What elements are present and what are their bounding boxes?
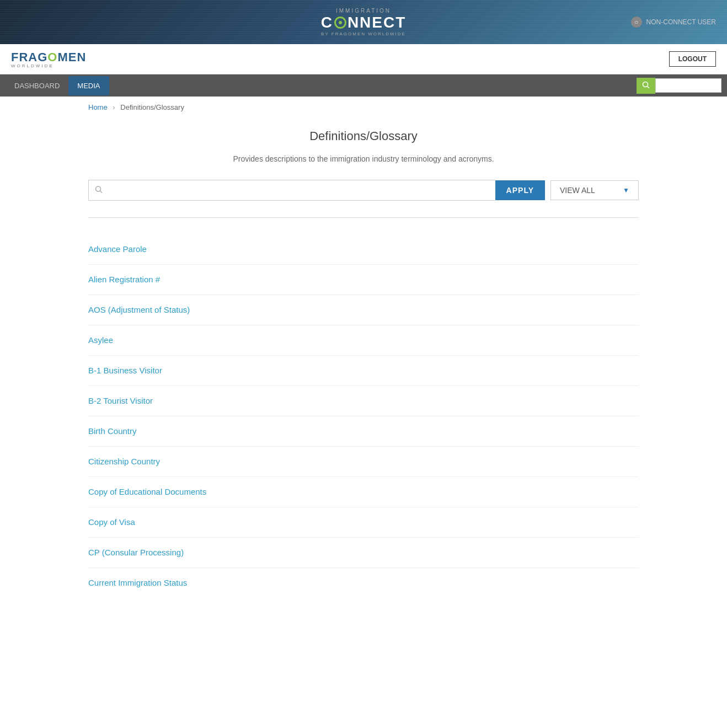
glossary-link-b2-tourist-visitor[interactable]: B-2 Tourist Visitor (88, 396, 153, 405)
fragomen-logo: FRAGOMEN WORLDWIDE (11, 50, 669, 68)
glossary-link-copy-of-educational-documents[interactable]: Copy of Educational Documents (88, 487, 206, 496)
glossary-link-citizenship-country[interactable]: Citizenship Country (88, 457, 160, 466)
breadcrumb: Home › Definitions/Glossary (0, 97, 727, 118)
user-info: ○ NON-CONNECT USER (631, 17, 716, 28)
glossary-link-cp-consular-processing[interactable]: CP (Consular Processing) (88, 548, 184, 557)
svg-line-3 (100, 191, 103, 193)
hero-banner: IMMIGRATION C NNECT BY FRAGOMEN WORLDWID… (0, 0, 727, 44)
hero-logo: IMMIGRATION C NNECT BY FRAGOMEN WORLDWID… (321, 8, 407, 36)
user-icon: ○ (631, 17, 642, 28)
glossary-item: B-2 Tourist Visitor (88, 386, 639, 416)
page-content: Definitions/Glossary Provides descriptio… (0, 118, 727, 620)
logo-text: FRAGOMEN (11, 50, 669, 65)
content-divider (88, 217, 639, 218)
fragomen-by-label: BY FRAGOMEN WORLDWIDE (321, 31, 407, 36)
search-wrapper (88, 180, 495, 201)
svg-line-1 (648, 86, 650, 88)
page-title: Definitions/Glossary (88, 129, 639, 143)
nav-search-area (637, 78, 721, 94)
connect-circle-icon (334, 17, 346, 29)
breadcrumb-home[interactable]: Home (88, 103, 108, 111)
nav-item-media[interactable]: MEDIA (68, 76, 109, 95)
nav-search-button[interactable] (637, 78, 655, 94)
glossary-link-aos[interactable]: AOS (Adjustment of Status) (88, 305, 190, 314)
glossary-link-advance-parole[interactable]: Advance Parole (88, 244, 147, 254)
user-label: NON-CONNECT USER (646, 18, 716, 26)
main-nav: DASHBOARD MEDIA (0, 74, 727, 97)
glossary-item: Asylee (88, 325, 639, 356)
glossary-list: Advance ParoleAlien Registration #AOS (A… (88, 234, 639, 598)
glossary-link-copy-of-visa[interactable]: Copy of Visa (88, 517, 135, 527)
view-all-dropdown[interactable]: VIEW ALL ▼ (550, 180, 639, 200)
glossary-item: Copy of Educational Documents (88, 477, 639, 507)
glossary-item: Citizenship Country (88, 447, 639, 477)
chevron-down-icon: ▼ (623, 186, 629, 194)
connect-logo: C NNECT (321, 14, 407, 31)
logout-button[interactable]: LOGOUT (669, 51, 716, 67)
glossary-search-input[interactable] (88, 180, 495, 201)
page-description: Provides descriptions to the immigration… (88, 154, 639, 163)
nav-search-input[interactable] (655, 78, 721, 93)
glossary-item: B-1 Business Visitor (88, 356, 639, 386)
glossary-link-current-immigration-status[interactable]: Current Immigration Status (88, 578, 187, 587)
glossary-item: Birth Country (88, 416, 639, 447)
content-area: Home › Definitions/Glossary Definitions/… (0, 97, 727, 728)
breadcrumb-separator: › (113, 103, 115, 111)
search-icon (642, 81, 650, 89)
glossary-link-asylee[interactable]: Asylee (88, 335, 113, 345)
immigration-label: IMMIGRATION (321, 8, 407, 14)
svg-point-0 (643, 82, 648, 87)
breadcrumb-current: Definitions/Glossary (120, 103, 184, 111)
glossary-item: CP (Consular Processing) (88, 538, 639, 568)
nav-item-dashboard[interactable]: DASHBOARD (6, 76, 68, 95)
glossary-link-b1-business-visitor[interactable]: B-1 Business Visitor (88, 366, 162, 375)
glossary-link-birth-country[interactable]: Birth Country (88, 426, 137, 436)
glossary-item: Current Immigration Status (88, 568, 639, 598)
glossary-item: Copy of Visa (88, 507, 639, 538)
glossary-item: Advance Parole (88, 234, 639, 265)
glossary-item: Alien Registration # (88, 265, 639, 295)
apply-button[interactable]: APPLY (495, 180, 545, 200)
top-nav-bar: FRAGOMEN WORLDWIDE LOGOUT (0, 44, 727, 74)
search-row: APPLY VIEW ALL ▼ (88, 180, 639, 201)
glossary-item: AOS (Adjustment of Status) (88, 295, 639, 325)
view-all-label: VIEW ALL (560, 186, 595, 195)
svg-point-2 (96, 186, 101, 191)
glossary-link-alien-registration[interactable]: Alien Registration # (88, 275, 160, 284)
worldwide-text: WORLDWIDE (11, 63, 669, 68)
search-icon (95, 186, 103, 195)
